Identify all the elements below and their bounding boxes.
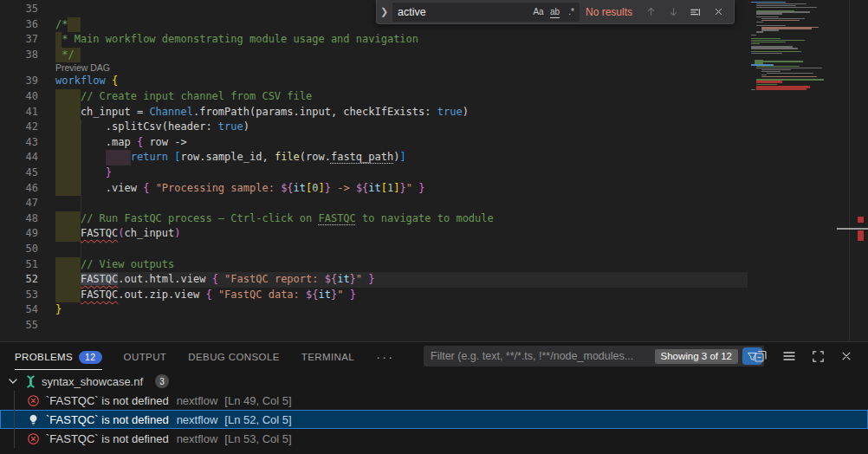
whole-word-icon[interactable]: ab	[547, 7, 563, 16]
problem-row[interactable]: `FASTQC` is not definednextflow[Ln 49, C…	[0, 391, 868, 410]
minimap-line	[761, 29, 779, 30]
problem-source: nextflow	[177, 394, 218, 407]
close-panel-icon[interactable]	[839, 348, 854, 364]
code-token: }	[418, 182, 424, 194]
find-query-text[interactable]: active	[392, 6, 530, 18]
code-line[interactable]: .splitCsv(header: true)	[55, 120, 868, 135]
code-token: [	[174, 151, 180, 163]
problems-tree: syntax_showcase.nf 3 `FASTQC` is not def…	[0, 372, 868, 448]
code-token: .out.zip.view	[118, 289, 205, 301]
lightbulb-icon	[27, 413, 40, 426]
code-line[interactable]: }	[55, 165, 868, 181]
code-line[interactable]: FASTQC.out.zip.view { "FastQC data: ${it…	[55, 288, 868, 303]
code-token: }	[325, 182, 331, 194]
code-line[interactable]: // Run FastQC process – Ctrl-click on FA…	[55, 211, 868, 227]
code-line[interactable]: ch_input = Channel.fromPath(params.input…	[55, 105, 868, 120]
code-line[interactable]: .map { row ->	[55, 135, 868, 151]
minimap-line	[761, 71, 781, 72]
minimap-line	[751, 53, 782, 54]
code-line[interactable]: FASTQC(ch_input)	[55, 226, 868, 242]
find-nav-buttons	[644, 5, 725, 19]
maximize-panel-icon[interactable]	[810, 348, 826, 364]
line-number: 35	[0, 2, 55, 17]
indent-guide	[81, 196, 81, 211]
match-case-icon[interactable]: Aa	[530, 7, 547, 16]
minimap-line	[761, 76, 817, 77]
code-line[interactable]: }	[55, 302, 868, 318]
code-token: true	[218, 120, 243, 133]
nextflow-file-icon	[24, 375, 37, 388]
panel-tab-terminal[interactable]: TERMINAL	[301, 342, 354, 370]
panel-tab-label: TERMINAL	[301, 352, 354, 362]
panel-actions	[753, 346, 854, 366]
minimap-line	[756, 31, 763, 32]
line-number: 53	[0, 288, 55, 303]
code-token: "Processing sample:	[156, 182, 282, 194]
find-next-icon[interactable]	[666, 5, 680, 19]
codelens-preview-dag[interactable]: Preview DAG	[0, 62, 868, 74]
code-line[interactable]: */	[55, 48, 868, 63]
code-token: /*	[55, 18, 68, 30]
error-token: FASTQC	[81, 273, 118, 285]
toggle-replace-chevron-icon[interactable]: ❯	[377, 6, 392, 17]
code-token	[55, 273, 81, 285]
find-input[interactable]: active Aa ab .*	[392, 3, 580, 22]
panel-tabs-more-icon[interactable]: ···	[376, 342, 394, 370]
problems-file-header[interactable]: syntax_showcase.nf 3	[0, 372, 868, 391]
panel-tab-problems[interactable]: PROBLEMS12	[15, 342, 102, 370]
problem-row[interactable]: `FASTQC` is not definednextflow[Ln 52, C…	[0, 410, 868, 429]
code-token	[55, 212, 81, 224]
chevron-down-icon[interactable]	[6, 374, 20, 388]
code-token: )	[174, 227, 180, 239]
find-widget: ❯ active Aa ab .* No results	[376, 0, 735, 24]
overview-ruler[interactable]	[850, 0, 868, 341]
code-token	[55, 151, 131, 163]
line-number: 50	[0, 242, 55, 257]
code-token: .view	[55, 182, 143, 194]
line-number: 52	[0, 272, 55, 288]
collapse-all-icon[interactable]	[753, 348, 768, 364]
code-line[interactable]: // Create input channel from CSV file	[55, 89, 868, 105]
code-token: ${	[356, 182, 368, 194]
code-token: it	[294, 182, 306, 194]
code-line[interactable]: // View outputs	[55, 257, 868, 273]
line-number: 44	[0, 150, 55, 165]
code-token: }	[106, 166, 112, 178]
code-token: .map	[55, 136, 137, 148]
minimap-line	[751, 38, 781, 39]
code-line[interactable]	[55, 196, 868, 211]
problems-filter-input[interactable]: Filter (e.g. text, **/*.ts, !**/node_mod…	[424, 346, 764, 366]
find-in-selection-icon[interactable]	[689, 5, 703, 19]
code-line[interactable]: * Main workflow demonstrating module usa…	[55, 32, 868, 48]
code-token: .out.html.view	[118, 273, 211, 285]
code-line[interactable]: .view { "Processing sample: ${it[0]} -> …	[55, 181, 868, 197]
line-number: 37	[0, 32, 55, 48]
code-line[interactable]	[55, 242, 868, 257]
regex-icon[interactable]: .*	[563, 7, 580, 16]
problem-row[interactable]: `FASTQC` is not definednextflow[Ln 53, C…	[0, 429, 868, 448]
find-close-icon[interactable]	[711, 5, 725, 19]
code-line[interactable]: workflow {	[55, 74, 868, 89]
code-token	[55, 166, 106, 178]
code-line[interactable]: FASTQC.out.html.view { "FastQC report: $…	[55, 272, 868, 288]
code-token: true	[437, 106, 463, 118]
panel-tab-output[interactable]: OUTPUT	[124, 342, 167, 370]
find-previous-icon[interactable]	[644, 5, 657, 19]
code-line[interactable]	[55, 318, 868, 334]
panel-tab-debug-console[interactable]: DEBUG CONSOLE	[188, 342, 280, 370]
code-token: ->	[331, 182, 356, 194]
view-as-table-icon[interactable]	[781, 348, 797, 364]
minimap-line	[756, 5, 796, 6]
code-token: file	[275, 151, 300, 163]
minimap-line	[751, 89, 755, 90]
tree-indent-guide	[14, 391, 15, 448]
line-number: 40	[0, 89, 55, 105]
code-token: FASTQC	[318, 212, 355, 224]
code-token: {	[205, 289, 211, 301]
code-token	[55, 258, 81, 270]
code-token: ch_input =	[55, 106, 149, 118]
minimap[interactable]	[748, 0, 850, 341]
code-editor[interactable]: 3536/*37 * Main workflow demonstrating m…	[0, 0, 868, 341]
code-line[interactable]: return [row.sample_id, file(row.fastq_pa…	[55, 150, 868, 165]
problem-message: `FASTQC` is not defined	[46, 432, 169, 445]
